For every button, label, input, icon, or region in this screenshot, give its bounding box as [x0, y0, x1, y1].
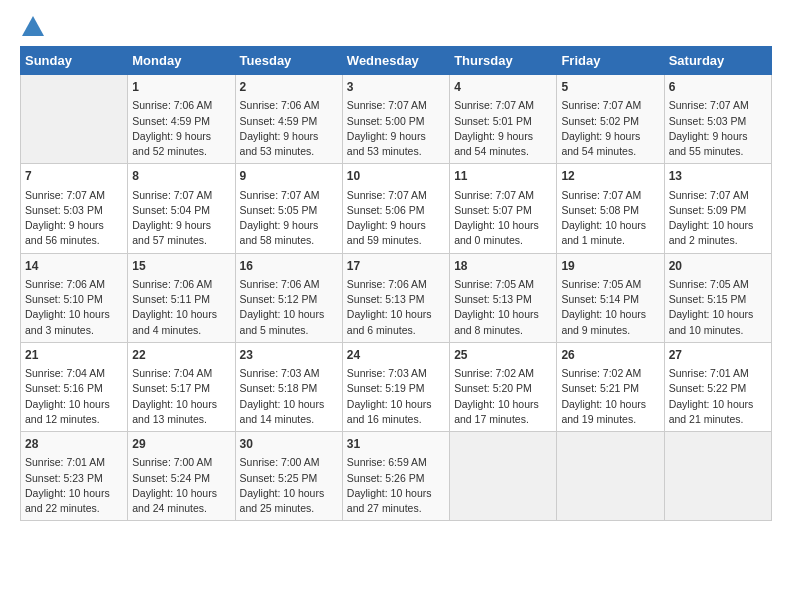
day-number: 8	[132, 168, 230, 185]
day-info: Sunset: 5:19 PM	[347, 381, 445, 396]
day-number: 4	[454, 79, 552, 96]
day-info: and 0 minutes.	[454, 233, 552, 248]
day-info: Sunset: 5:18 PM	[240, 381, 338, 396]
day-info: Sunrise: 7:07 AM	[454, 98, 552, 113]
day-info: Sunrise: 7:06 AM	[132, 277, 230, 292]
day-info: Daylight: 10 hours	[240, 486, 338, 501]
logo	[20, 16, 44, 36]
day-number: 24	[347, 347, 445, 364]
day-number: 13	[669, 168, 767, 185]
calendar-cell: 19Sunrise: 7:05 AMSunset: 5:14 PMDayligh…	[557, 253, 664, 342]
day-info: and 3 minutes.	[25, 323, 123, 338]
day-info: Sunset: 5:15 PM	[669, 292, 767, 307]
day-info: Sunrise: 7:07 AM	[561, 188, 659, 203]
day-number: 10	[347, 168, 445, 185]
day-info: Sunrise: 7:06 AM	[240, 98, 338, 113]
day-number: 26	[561, 347, 659, 364]
day-number: 16	[240, 258, 338, 275]
day-number: 18	[454, 258, 552, 275]
day-info: Sunrise: 7:03 AM	[347, 366, 445, 381]
logo-icon	[22, 16, 44, 36]
day-info: Sunrise: 7:05 AM	[561, 277, 659, 292]
day-number: 9	[240, 168, 338, 185]
day-info: Sunrise: 7:07 AM	[347, 188, 445, 203]
day-info: Sunset: 5:16 PM	[25, 381, 123, 396]
svg-marker-0	[22, 16, 44, 36]
day-info: Sunrise: 7:01 AM	[25, 455, 123, 470]
day-number: 19	[561, 258, 659, 275]
day-info: and 52 minutes.	[132, 144, 230, 159]
day-info: Sunset: 5:08 PM	[561, 203, 659, 218]
day-info: Daylight: 9 hours	[669, 129, 767, 144]
calendar-cell: 23Sunrise: 7:03 AMSunset: 5:18 PMDayligh…	[235, 342, 342, 431]
day-number: 27	[669, 347, 767, 364]
day-info: Sunset: 5:11 PM	[132, 292, 230, 307]
day-info: Daylight: 10 hours	[347, 486, 445, 501]
day-number: 14	[25, 258, 123, 275]
day-info: Sunrise: 7:07 AM	[669, 188, 767, 203]
calendar-cell: 24Sunrise: 7:03 AMSunset: 5:19 PMDayligh…	[342, 342, 449, 431]
calendar-cell: 13Sunrise: 7:07 AMSunset: 5:09 PMDayligh…	[664, 164, 771, 253]
calendar-cell: 15Sunrise: 7:06 AMSunset: 5:11 PMDayligh…	[128, 253, 235, 342]
day-info: and 5 minutes.	[240, 323, 338, 338]
day-info: and 55 minutes.	[669, 144, 767, 159]
header-sunday: Sunday	[21, 47, 128, 75]
day-info: Sunrise: 7:06 AM	[347, 277, 445, 292]
week-row-4: 21Sunrise: 7:04 AMSunset: 5:16 PMDayligh…	[21, 342, 772, 431]
day-info: Sunrise: 7:06 AM	[132, 98, 230, 113]
calendar-cell: 12Sunrise: 7:07 AMSunset: 5:08 PMDayligh…	[557, 164, 664, 253]
week-row-1: 1Sunrise: 7:06 AMSunset: 4:59 PMDaylight…	[21, 75, 772, 164]
day-info: Sunrise: 7:03 AM	[240, 366, 338, 381]
day-info: and 58 minutes.	[240, 233, 338, 248]
day-info: Daylight: 10 hours	[25, 397, 123, 412]
day-number: 3	[347, 79, 445, 96]
header-thursday: Thursday	[450, 47, 557, 75]
day-info: Sunrise: 7:07 AM	[25, 188, 123, 203]
day-info: and 24 minutes.	[132, 501, 230, 516]
day-info: Daylight: 10 hours	[454, 218, 552, 233]
day-info: Daylight: 10 hours	[454, 397, 552, 412]
day-number: 31	[347, 436, 445, 453]
day-info: and 53 minutes.	[347, 144, 445, 159]
calendar-cell: 14Sunrise: 7:06 AMSunset: 5:10 PMDayligh…	[21, 253, 128, 342]
day-number: 29	[132, 436, 230, 453]
day-number: 28	[25, 436, 123, 453]
calendar-cell: 11Sunrise: 7:07 AMSunset: 5:07 PMDayligh…	[450, 164, 557, 253]
header-tuesday: Tuesday	[235, 47, 342, 75]
day-info: and 57 minutes.	[132, 233, 230, 248]
calendar-body: 1Sunrise: 7:06 AMSunset: 4:59 PMDaylight…	[21, 75, 772, 521]
day-number: 7	[25, 168, 123, 185]
day-info: Daylight: 10 hours	[669, 397, 767, 412]
day-info: Sunset: 5:24 PM	[132, 471, 230, 486]
day-info: and 1 minute.	[561, 233, 659, 248]
day-info: Daylight: 10 hours	[454, 307, 552, 322]
day-number: 20	[669, 258, 767, 275]
day-number: 22	[132, 347, 230, 364]
day-info: Sunrise: 7:07 AM	[240, 188, 338, 203]
day-info: and 54 minutes.	[454, 144, 552, 159]
day-info: Sunrise: 7:04 AM	[25, 366, 123, 381]
day-info: Daylight: 9 hours	[454, 129, 552, 144]
day-info: Daylight: 9 hours	[132, 129, 230, 144]
day-info: Sunset: 5:03 PM	[669, 114, 767, 129]
day-info: Daylight: 9 hours	[25, 218, 123, 233]
day-info: Sunrise: 7:05 AM	[454, 277, 552, 292]
day-info: Sunrise: 6:59 AM	[347, 455, 445, 470]
day-info: Sunrise: 7:07 AM	[347, 98, 445, 113]
calendar-header: SundayMondayTuesdayWednesdayThursdayFrid…	[21, 47, 772, 75]
calendar-cell	[664, 432, 771, 521]
day-info: Daylight: 9 hours	[347, 129, 445, 144]
calendar-cell	[450, 432, 557, 521]
week-row-3: 14Sunrise: 7:06 AMSunset: 5:10 PMDayligh…	[21, 253, 772, 342]
day-info: Daylight: 10 hours	[669, 218, 767, 233]
calendar-cell: 31Sunrise: 6:59 AMSunset: 5:26 PMDayligh…	[342, 432, 449, 521]
day-info: and 53 minutes.	[240, 144, 338, 159]
day-info: Daylight: 10 hours	[347, 307, 445, 322]
day-info: Daylight: 9 hours	[132, 218, 230, 233]
day-info: Daylight: 9 hours	[347, 218, 445, 233]
calendar-cell	[21, 75, 128, 164]
header-monday: Monday	[128, 47, 235, 75]
day-info: Daylight: 10 hours	[132, 486, 230, 501]
day-info: and 17 minutes.	[454, 412, 552, 427]
day-info: and 6 minutes.	[347, 323, 445, 338]
